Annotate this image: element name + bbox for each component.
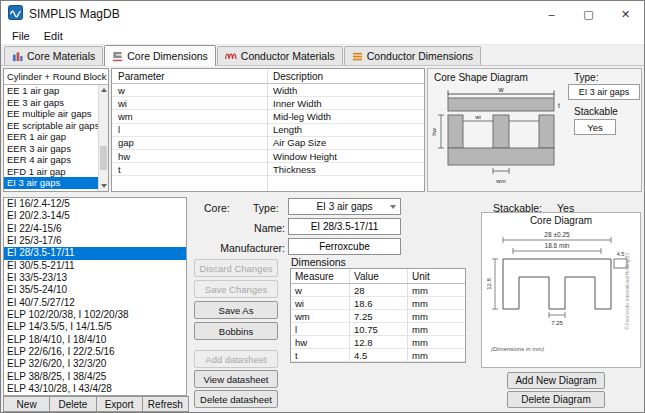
dimension-row[interactable]: wi 18.6 mm xyxy=(291,297,465,310)
chevron-down-icon xyxy=(390,205,396,209)
parameter-row[interactable]: hw Window Height xyxy=(112,150,424,163)
dimension-value[interactable]: 18.6 xyxy=(349,297,407,309)
stackable-label: Stackable xyxy=(574,106,618,117)
core-dimensions-icon xyxy=(112,51,123,62)
dimension-value[interactable]: 28 xyxy=(349,284,407,296)
core-diagram-title: Core Diagram xyxy=(482,215,640,226)
dimension-row[interactable]: hw 12.8 mm xyxy=(291,336,465,349)
shape-type-panel: Cylinder + Round Block EE 1 air gapEE 3 … xyxy=(3,68,109,192)
core-type-combobox[interactable]: EI 3 air gaps xyxy=(288,198,401,215)
dimension-unit: mm xyxy=(407,336,465,348)
core-list-item[interactable]: EI 30/5.5-21/11 xyxy=(4,260,186,272)
parameter-row[interactable]: l Length xyxy=(112,124,424,137)
shape-type-item[interactable]: EE multiple air gaps xyxy=(4,108,98,120)
dimension-value[interactable]: 7.25 xyxy=(349,310,407,322)
tab-conductor-dimensions[interactable]: Conductor Dimensions xyxy=(344,46,481,65)
main-content: Cylinder + Round Block EE 1 air gapEE 3 … xyxy=(1,66,644,412)
tab-conductor-materials[interactable]: Conductor Materials xyxy=(217,46,343,65)
shape-type-item[interactable]: EER 4 air gaps xyxy=(4,154,98,166)
core-list-item[interactable]: ELP 14/3.5/5, I 14/1.5/5 xyxy=(4,321,186,333)
discard-changes-button: Discard Changes xyxy=(194,259,278,277)
dimension-row[interactable]: w 28 mm xyxy=(291,284,465,297)
core-list-item[interactable]: ELP 18/4/10, I 18/4/10 xyxy=(4,334,186,346)
core-list[interactable]: EI 16/2.4-12/5EI 20/2.3-14/5EI 22/4-15/6… xyxy=(3,197,187,396)
dimension-row[interactable]: l 10.75 mm xyxy=(291,323,465,336)
dimensions-table: Measure Value Unit w 28 mm wi 18.6 mm xyxy=(290,268,466,363)
close-button[interactable]: ✕ xyxy=(607,1,644,27)
dimension-measure: wm xyxy=(291,311,349,322)
maximize-button[interactable]: ▢ xyxy=(570,1,607,27)
export-button[interactable]: Export xyxy=(96,396,143,412)
dimension-unit: mm xyxy=(407,284,465,296)
shape-type-item[interactable]: EE 1 air gap xyxy=(4,85,98,97)
delete-button[interactable]: Delete xyxy=(49,396,96,412)
core-name-input[interactable] xyxy=(288,218,401,235)
dimension-measure: t xyxy=(291,350,349,361)
parameter-row[interactable]: t Thickness xyxy=(112,163,424,176)
menu-file[interactable]: File xyxy=(5,28,37,44)
refresh-button[interactable]: Refresh xyxy=(142,396,189,412)
core-list-item[interactable]: EI 22/4-15/6 xyxy=(4,223,186,235)
core-list-item[interactable]: ELP 22/6/16, I 22/2.5/16 xyxy=(4,346,186,358)
dimension-value[interactable]: 10.75 xyxy=(349,323,407,335)
core-type-label: Type: xyxy=(253,202,279,214)
core-list-item[interactable]: ELP 102/20/38, I 102/20/38 xyxy=(4,309,186,321)
parameter-description: Thickness xyxy=(267,164,316,175)
new-button[interactable]: New xyxy=(3,396,50,412)
save-as-button[interactable]: Save As xyxy=(194,301,278,319)
shape-type-item[interactable]: EP 1 air gap xyxy=(4,189,98,192)
scroll-up-icon[interactable] xyxy=(101,88,107,92)
core-diagram-drawing: 28 ±0.25 18.6 min 12.8 7.25 4.5 (D xyxy=(487,229,635,361)
core-list-item[interactable]: EI 20/2.3-14/5 xyxy=(4,210,186,222)
menubar: File Edit xyxy=(1,27,644,45)
tab-core-dimensions[interactable]: Core Dimensions xyxy=(104,45,216,66)
parameter-row[interactable]: w Width xyxy=(112,84,424,97)
shape-type-item[interactable]: EER 1 air gap xyxy=(4,131,98,143)
core-list-item[interactable]: ELP 32/6/20, I 32/3/20 xyxy=(4,358,186,370)
scroll-down-icon[interactable] xyxy=(101,184,107,188)
menu-edit[interactable]: Edit xyxy=(37,28,70,44)
core-list-item[interactable]: EI 33/5-23/13 xyxy=(4,272,186,284)
core-list-item[interactable]: ELP 38/8/25, I 38/4/25 xyxy=(4,371,186,383)
dimension-measure: wi xyxy=(291,298,349,309)
bobbins-button[interactable]: Bobbins xyxy=(194,322,278,340)
minimize-button[interactable]: – xyxy=(533,1,570,27)
shape-type-item[interactable]: EFD 1 air gap xyxy=(4,166,98,178)
core-list-item[interactable]: EI 25/3-17/6 xyxy=(4,235,186,247)
core-list-item[interactable]: EI 40/7.5/27/12 xyxy=(4,297,186,309)
view-datasheet-button[interactable]: View datasheet xyxy=(194,370,278,388)
scrollbar-thumb[interactable] xyxy=(100,146,107,170)
shape-family-header[interactable]: Cylinder + Round Block xyxy=(4,69,108,85)
delete-diagram-button[interactable]: Delete Diagram xyxy=(507,391,605,408)
svg-text:hw: hw xyxy=(432,127,437,135)
shape-type-item[interactable]: EI 3 air gaps xyxy=(4,177,98,189)
dimension-row[interactable]: wm 7.25 mm xyxy=(291,310,465,323)
parameter-name: l xyxy=(112,124,267,135)
parameter-description: Window Height xyxy=(267,151,337,162)
dimension-value[interactable]: 4.5 xyxy=(349,349,407,361)
shape-type-list[interactable]: EE 1 air gapEE 3 air gapsEE multiple air… xyxy=(4,85,98,191)
shape-list-scrollbar[interactable] xyxy=(98,85,108,191)
parameter-row[interactable]: gap Air Gap Size xyxy=(112,137,424,150)
core-label: Core: xyxy=(204,202,230,214)
core-type-value: EI 3 air gaps xyxy=(316,201,372,212)
shape-type-item[interactable]: EE 3 air gaps xyxy=(4,97,98,109)
measure-column-header: Measure xyxy=(291,271,349,282)
dimension-value[interactable]: 12.8 xyxy=(349,336,407,348)
core-list-item[interactable]: EI 16/2.4-12/5 xyxy=(4,198,186,210)
core-list-item[interactable]: EI 28/3.5-17/11 xyxy=(4,247,186,259)
manufacturer-input[interactable] xyxy=(288,238,401,255)
core-list-item[interactable]: ELP 43/10/28, I 43/4/28 xyxy=(4,383,186,395)
parameter-row[interactable]: wi Inner Width xyxy=(112,97,424,110)
core-list-item[interactable]: EI 35/5-24/10 xyxy=(4,284,186,296)
add-new-diagram-button[interactable]: Add New Diagram xyxy=(507,372,605,389)
dimension-unit: mm xyxy=(407,310,465,322)
dimension-row[interactable]: t 4.5 mm xyxy=(291,349,465,362)
shape-type-item[interactable]: EE scriptable air gaps xyxy=(4,120,98,132)
parameter-description: Width xyxy=(267,85,297,96)
parameter-row[interactable]: wm Mid-leg Width xyxy=(112,110,424,123)
dimension-measure: l xyxy=(291,324,349,335)
shape-type-item[interactable]: EER 3 air gaps xyxy=(4,143,98,155)
tab-core-materials[interactable]: Core Materials xyxy=(4,46,103,65)
delete-datasheet-button[interactable]: Delete datasheet xyxy=(194,390,278,408)
